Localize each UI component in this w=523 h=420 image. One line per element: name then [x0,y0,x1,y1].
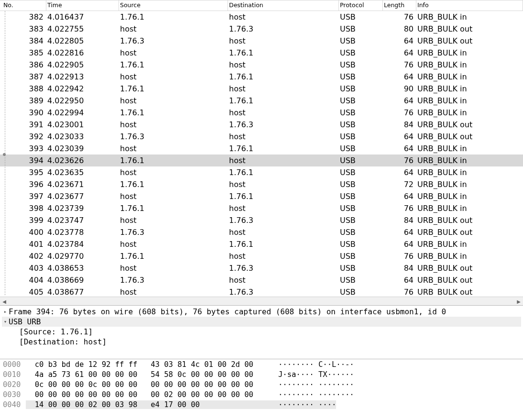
packet-row[interactable]: 4034.038653host1.76.3USB84URB_BULK out [0,262,523,274]
cell-source: host [119,72,228,81]
col-header-no[interactable]: No. [2,0,46,11]
cell-time: 4.038677 [46,287,119,295]
cell-length: 84 [383,264,416,273]
cell-protocol: USB [339,36,383,45]
cell-length: 64 [383,72,416,81]
packet-row[interactable]: 3914.023001host1.76.3USB84URB_BULK out [0,119,523,131]
hex-row[interactable]: 0000 c0 b3 bd de 12 92 ff ff 43 03 81 4c… [3,360,520,370]
cell-time: 4.022950 [46,96,119,105]
packet-row[interactable]: 3934.023039host1.76.1USB64URB_BULK in [0,143,523,155]
cell-source: 1.76.3 [119,276,228,285]
cell-time: 4.038653 [46,264,119,273]
cell-time: 4.023033 [46,132,119,141]
packet-row[interactable]: 4024.0297701.76.1hostUSB76URB_BULK in [0,250,523,262]
chevron-right-icon[interactable]: ▸ [2,309,9,315]
cell-no: 390 [2,108,46,117]
packet-bytes-pane[interactable]: 0000 c0 b3 bd de 12 92 ff ff 43 03 81 4c… [0,359,523,420]
cell-protocol: USB [339,276,383,285]
packet-row[interactable]: 3954.023635host1.76.1USB64URB_BULK in [0,166,523,178]
cell-length: 72 [383,180,416,189]
packet-row[interactable]: 3924.0230331.76.3hostUSB64URB_BULK out [0,131,523,143]
horizontal-scrollbar[interactable]: ◀ ▶ [0,297,523,305]
cell-protocol: USB [339,96,383,105]
cell-length: 64 [383,240,416,249]
hex-bytes: c0 b3 bd de 12 92 ff ff 43 03 81 4c 01 0… [26,360,265,369]
cell-info: URB_BULK out [416,36,523,45]
cell-no: 392 [2,132,46,141]
packet-row[interactable]: 3974.023677host1.76.1USB64URB_BULK in [0,190,523,202]
chevron-down-icon[interactable]: ▾ [2,319,9,325]
cell-protocol: USB [339,287,383,295]
packet-row[interactable]: 3894.022950host1.76.1USB64URB_BULK in [0,95,523,107]
cell-source: 1.76.1 [119,108,228,117]
cell-destination: host [228,156,339,165]
hex-offset: 0030 [3,390,26,399]
col-header-info[interactable]: Info [416,0,523,11]
cell-time: 4.022805 [46,36,119,45]
detail-usb-urb[interactable]: ▾ USB URB [2,317,521,327]
cell-source: host [119,192,228,201]
packet-row[interactable]: 4004.0237781.76.3hostUSB64URB_BULK out [0,226,523,238]
cell-no: 398 [2,204,46,213]
packet-details-pane[interactable]: ▸ Frame 394: 76 bytes on wire (608 bits)… [0,305,523,359]
cell-protocol: USB [339,72,383,81]
cell-info: URB_BULK in [416,192,523,201]
packet-row[interactable]: 3874.022913host1.76.1USB64URB_BULK in [0,71,523,83]
scroll-left-icon[interactable]: ◀ [0,297,9,305]
cell-info: URB_BULK in [416,12,523,22]
packet-row[interactable]: 3964.0236711.76.1hostUSB72URB_BULK in [0,178,523,190]
packet-row[interactable]: 3834.022755host1.76.3USB80URB_BULK out [0,23,523,35]
packet-row[interactable]: 3854.022816host1.76.1USB64URB_BULK in [0,47,523,59]
packet-row[interactable]: 3904.0229941.76.1hostUSB76URB_BULK in [0,107,523,119]
cell-info: URB_BULK out [416,216,523,225]
cell-no: 400 [2,228,46,237]
cell-time: 4.022994 [46,108,119,117]
cell-no: 391 [2,120,46,129]
cell-protocol: USB [339,108,383,117]
packet-row[interactable]: 3984.0237391.76.1hostUSB76URB_BULK in [0,202,523,214]
detail-source[interactable]: [Source: 1.76.1] [2,327,521,337]
packet-row[interactable]: 4014.023784host1.76.1USB64URB_BULK in [0,238,523,250]
scroll-right-icon[interactable]: ▶ [514,297,523,305]
packet-list-header: No. Time Source Destination Protocol Len… [0,0,523,11]
cell-protocol: USB [339,168,383,177]
cell-length: 76 [383,204,416,213]
packet-row[interactable]: 4044.0386691.76.3hostUSB64URB_BULK out [0,274,523,286]
hex-row[interactable]: 0030 00 00 00 00 00 00 00 00 00 02 00 00… [3,390,520,400]
cell-info: URB_BULK out [416,24,523,33]
packet-row[interactable]: 3864.0229051.76.1hostUSB76URB_BULK in [0,59,523,71]
cell-destination: host [228,252,339,261]
cell-protocol: USB [339,216,383,225]
cell-protocol: USB [339,120,383,129]
packet-row[interactable]: 3994.023747host1.76.3USB84URB_BULK out [0,214,523,226]
cell-info: URB_BULK in [416,48,523,57]
packet-row[interactable]: 4054.038677host1.76.3USB76URB_BULK out [0,286,523,295]
col-header-time[interactable]: Time [46,0,119,11]
cell-length: 76 [383,108,416,117]
packet-row[interactable]: 3884.0229421.76.1hostUSB90URB_BULK in [0,83,523,95]
detail-destination[interactable]: [Destination: host] [2,337,521,347]
hex-row[interactable]: 0020 0c 00 00 00 0c 00 00 00 00 00 00 00… [3,380,520,390]
hex-row[interactable]: 0040 14 00 00 00 02 00 03 98 e4 17 00 00… [3,400,520,410]
cell-info: URB_BULK in [416,108,523,117]
packet-row[interactable]: 3844.0228051.76.3hostUSB64URB_BULK out [0,35,523,47]
packet-list-body[interactable]: 3824.0164371.76.1hostUSB76URB_BULK in383… [0,11,523,295]
cell-info: URB_BULK in [416,72,523,81]
col-header-length[interactable]: Length [383,0,416,11]
col-header-source[interactable]: Source [119,0,228,11]
cell-no: 403 [2,264,46,273]
cell-info: URB_BULK in [416,180,523,189]
cell-no: 396 [2,180,46,189]
cell-destination: host [228,108,339,117]
col-header-destination[interactable]: Destination [228,0,339,11]
col-header-protocol[interactable]: Protocol [339,0,383,11]
cell-time: 4.023001 [46,120,119,129]
packet-row[interactable]: 3824.0164371.76.1hostUSB76URB_BULK in [0,11,523,23]
hex-row[interactable]: 0010 4a a5 73 61 00 00 00 00 54 58 0c 00… [3,370,520,380]
detail-frame-line[interactable]: ▸ Frame 394: 76 bytes on wire (608 bits)… [2,307,521,317]
cell-protocol: USB [339,60,383,69]
detail-destination-text: [Destination: host] [19,337,107,346]
cell-no: 382 [2,12,46,22]
cell-info: URB_BULK in [416,168,523,177]
packet-row[interactable]: 3944.0236261.76.1hostUSB76URB_BULK in [0,155,523,166]
